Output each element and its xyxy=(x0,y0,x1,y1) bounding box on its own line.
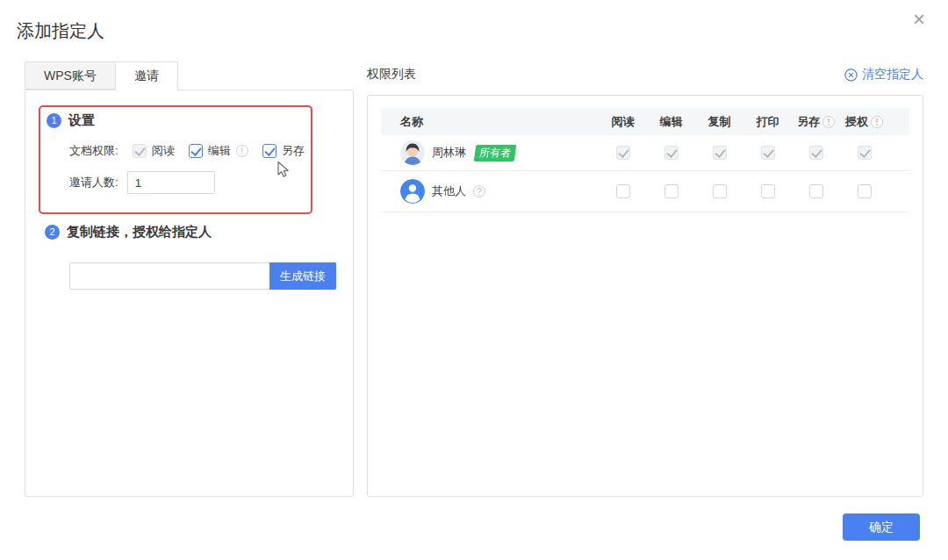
dialog-title: 添加指定人 xyxy=(17,19,104,43)
step-1-badge: 1 xyxy=(47,113,61,128)
setup-step-header: 1 设置 xyxy=(47,112,95,129)
tab-invite[interactable]: 邀请 xyxy=(115,61,178,90)
owner-badge: 所有者 xyxy=(474,145,517,162)
link-input[interactable] xyxy=(69,262,269,290)
others-save-as-checkbox[interactable] xyxy=(809,184,823,198)
doc-permission-row: 文档权限: 阅读 编辑 ! 另存 xyxy=(69,143,305,159)
edit-label: 编辑 xyxy=(208,143,231,159)
others-read-checkbox[interactable] xyxy=(616,184,630,198)
step-2-badge: 2 xyxy=(45,225,60,240)
copy-link-step-title: 复制链接，授权给指定人 xyxy=(67,224,212,241)
owner-read-checkbox xyxy=(616,146,630,160)
edit-info-icon: ! xyxy=(236,145,248,157)
edit-checkbox[interactable] xyxy=(189,144,203,158)
permission-table-header: 名称 阅读 编辑 复制 打印 另存 ! 授权 ! xyxy=(381,108,909,135)
setup-step-title: 设置 xyxy=(68,112,95,129)
column-authorize: 授权 ! xyxy=(840,114,888,130)
edit-permission-option[interactable]: 编辑 ! xyxy=(189,143,248,159)
column-name: 名称 xyxy=(400,114,599,130)
owner-copy-checkbox xyxy=(713,146,727,160)
owner-name: 周林琳 xyxy=(432,145,466,161)
confirm-button[interactable]: 确定 xyxy=(843,513,920,541)
others-help-icon: ? xyxy=(473,185,485,197)
add-designee-dialog: 添加指定人 × WPS账号 邀请 1 设置 文档权限: 阅读 编辑 ! 另存 xyxy=(0,0,948,560)
save-as-checkbox[interactable] xyxy=(262,144,276,158)
table-row-owner: 周林琳 所有者 xyxy=(381,135,909,171)
table-row-others: 其他人 ? xyxy=(381,171,909,212)
column-copy: 复制 xyxy=(695,114,743,130)
invite-count-input[interactable] xyxy=(127,171,215,194)
owner-avatar xyxy=(400,140,425,165)
permission-list-title: 权限列表 xyxy=(367,67,416,83)
read-checkbox xyxy=(133,144,147,158)
invite-count-label: 邀请人数: xyxy=(69,175,118,190)
invite-count-row: 邀请人数: xyxy=(69,171,215,194)
save-as-col-info-icon: ! xyxy=(822,116,835,128)
tab-bar: WPS账号 邀请 xyxy=(25,61,178,90)
column-read: 阅读 xyxy=(599,114,647,130)
owner-authorize-checkbox xyxy=(858,146,872,160)
save-as-permission-option[interactable]: 另存 xyxy=(262,143,305,159)
others-edit-checkbox[interactable] xyxy=(664,184,679,198)
others-copy-checkbox[interactable] xyxy=(713,184,727,198)
doc-permission-label: 文档权限: xyxy=(69,143,118,159)
column-save-as: 另存 ! xyxy=(792,114,840,130)
clear-designees-link[interactable]: 清空指定人 xyxy=(844,67,923,83)
column-edit: 编辑 xyxy=(647,114,695,130)
invite-tab-panel: 1 设置 文档权限: 阅读 编辑 ! 另存 邀请人数: 2 xyxy=(25,90,354,497)
mouse-cursor-icon xyxy=(276,161,290,182)
permission-list-panel: 名称 阅读 编辑 复制 打印 另存 ! 授权 ! xyxy=(367,95,923,497)
copy-link-step-header: 2 复制链接，授权给指定人 xyxy=(45,224,212,241)
column-print: 打印 xyxy=(743,114,792,130)
permission-list-header: 权限列表 清空指定人 xyxy=(367,67,923,83)
others-avatar xyxy=(400,179,425,204)
generate-link-row: 生成链接 xyxy=(69,262,336,290)
read-label: 阅读 xyxy=(152,143,175,159)
owner-edit-checkbox xyxy=(664,146,679,160)
others-print-checkbox[interactable] xyxy=(761,184,775,198)
others-authorize-checkbox[interactable] xyxy=(858,184,872,198)
others-name: 其他人 xyxy=(432,183,466,199)
clear-designees-label: 清空指定人 xyxy=(862,67,923,83)
close-icon[interactable]: × xyxy=(906,7,932,33)
read-permission-option: 阅读 xyxy=(133,143,175,159)
owner-save-as-checkbox xyxy=(809,146,823,160)
authorize-col-info-icon: ! xyxy=(871,116,883,128)
clear-circle-x-icon xyxy=(844,68,858,82)
owner-print-checkbox xyxy=(761,146,775,160)
tab-wps-account[interactable]: WPS账号 xyxy=(25,61,116,90)
generate-link-button[interactable]: 生成链接 xyxy=(269,262,336,290)
save-as-label: 另存 xyxy=(282,143,305,159)
